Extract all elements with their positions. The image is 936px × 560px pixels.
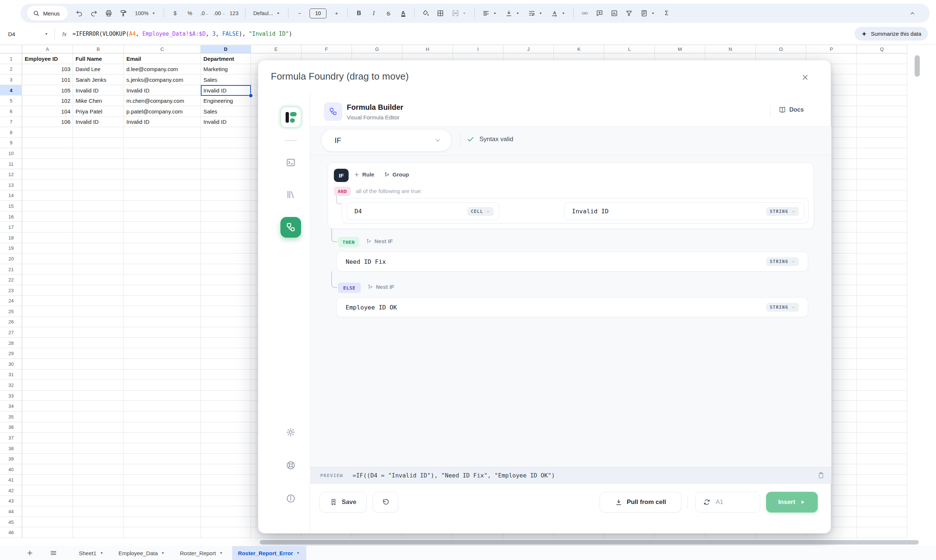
cell-C2[interactable]: d.lee@company.com <box>124 64 201 75</box>
row-header-1[interactable]: 1 <box>0 54 22 64</box>
column-header-F[interactable]: F <box>302 45 352 54</box>
and-badge[interactable]: AND <box>334 186 351 196</box>
functions-button[interactable]: Σ <box>660 7 674 20</box>
row-header-15[interactable]: 15 <box>0 201 22 211</box>
undo-button[interactable] <box>72 7 86 20</box>
row-header-28[interactable]: 28 <box>0 338 22 349</box>
row-header-10[interactable]: 10 <box>0 148 22 159</box>
insert-chart-button[interactable] <box>607 7 621 20</box>
sidebar-item-terminal[interactable] <box>286 158 296 167</box>
row-header-37[interactable]: 37 <box>0 432 22 443</box>
horizontal-align-button[interactable] <box>479 7 501 20</box>
text-wrap-button[interactable] <box>524 7 547 20</box>
cell-A3[interactable]: 101 <box>22 74 73 85</box>
cell-A2[interactable]: 103 <box>22 64 73 75</box>
zoom-select[interactable]: 100% <box>131 7 160 20</box>
increase-decimals-button[interactable]: .00 → <box>212 7 226 20</box>
cell-A7[interactable]: 106 <box>22 117 73 128</box>
decrease-decimals-button[interactable]: .0 ← <box>197 7 211 20</box>
cell-C5[interactable]: m.chen@company.com <box>124 95 201 106</box>
sidebar-item-info[interactable] <box>286 494 296 503</box>
cell-B3[interactable]: Sarah Jenks <box>73 74 124 85</box>
dialog-title[interactable]: Formula Foundry (drag to move) <box>271 71 409 82</box>
cell-D3[interactable]: Sales <box>201 74 251 85</box>
cell-C7[interactable]: Invalid ID <box>124 117 201 128</box>
insert-button[interactable]: Insert <box>766 492 818 512</box>
sidebar-item-support[interactable] <box>286 460 296 470</box>
row-header-2[interactable]: 2 <box>0 64 22 75</box>
insert-comment-button[interactable] <box>593 7 607 20</box>
text-rotation-button[interactable] <box>547 7 570 20</box>
cell-B4[interactable]: Invalid ID <box>73 85 124 96</box>
hide-menus-button[interactable] <box>905 7 919 20</box>
row-header-22[interactable]: 22 <box>0 274 22 285</box>
format-percent-button[interactable]: % <box>183 7 197 20</box>
add-rule-button[interactable]: Rule <box>354 171 374 178</box>
row-header-30[interactable]: 30 <box>0 359 22 369</box>
column-header-M[interactable]: M <box>655 45 705 54</box>
row-header-8[interactable]: 8 <box>0 127 22 138</box>
column-header-J[interactable]: J <box>503 45 554 54</box>
sidebar-item-formula-builder-active[interactable] <box>280 217 301 238</box>
sheet-tab-Sheet1[interactable]: Sheet1 <box>73 546 110 560</box>
row-header-24[interactable]: 24 <box>0 296 22 306</box>
name-box[interactable]: D4 <box>0 23 55 44</box>
row-header-9[interactable]: 9 <box>0 138 22 148</box>
copy-formula-button[interactable] <box>817 472 825 479</box>
column-header-P[interactable]: P <box>806 45 857 54</box>
row-header-13[interactable]: 13 <box>0 180 22 191</box>
row-header-36[interactable]: 36 <box>0 422 22 433</box>
group-button[interactable]: Group <box>384 171 409 178</box>
merge-cells-button[interactable] <box>448 7 470 20</box>
save-button[interactable]: Save <box>320 492 366 512</box>
cell-A6[interactable]: 104 <box>22 106 73 117</box>
create-filter-button[interactable] <box>622 7 636 20</box>
redo-button[interactable] <box>87 7 101 20</box>
cell-D1[interactable]: Department <box>201 54 251 64</box>
row-header-18[interactable]: 18 <box>0 232 22 243</box>
borders-button[interactable] <box>433 7 447 20</box>
cell-C4[interactable]: Invalid ID <box>124 85 201 96</box>
print-button[interactable] <box>102 7 116 20</box>
condition-right-input[interactable]: Invalid ID STRING <box>564 202 804 220</box>
sheet-tab-Roster_Report[interactable]: Roster_Report <box>174 546 229 560</box>
sidebar-item-library[interactable] <box>286 190 296 199</box>
row-header-34[interactable]: 34 <box>0 401 22 412</box>
pull-from-cell-button[interactable]: Pull from cell <box>600 492 681 512</box>
row-header-45[interactable]: 45 <box>0 517 22 528</box>
cell-D5[interactable]: Engineering <box>201 95 251 106</box>
then-value-input[interactable]: Need ID Fix STRING <box>336 252 808 272</box>
close-button[interactable] <box>799 71 811 83</box>
row-header-46[interactable]: 46 <box>0 527 22 538</box>
row-header-6[interactable]: 6 <box>0 106 22 117</box>
summarize-data-button[interactable]: Summarize this data <box>854 27 928 40</box>
cell-A4[interactable]: 105 <box>22 85 73 96</box>
cell-ref-input[interactable] <box>716 498 749 506</box>
row-header-32[interactable]: 32 <box>0 380 22 391</box>
row-header-17[interactable]: 17 <box>0 222 22 232</box>
row-header-42[interactable]: 42 <box>0 485 22 496</box>
row-header-3[interactable]: 3 <box>0 74 22 85</box>
column-header-N[interactable]: N <box>705 45 756 54</box>
row-header-19[interactable]: 19 <box>0 243 22 254</box>
paint-format-button[interactable] <box>117 7 131 20</box>
decrease-font-size-button[interactable]: − <box>292 7 306 20</box>
else-type-chip[interactable]: STRING <box>766 303 799 312</box>
column-header-L[interactable]: L <box>604 45 655 54</box>
column-header-C[interactable]: C <box>124 45 201 54</box>
fill-color-button[interactable] <box>419 7 433 20</box>
cell-B5[interactable]: Mike Chen <box>73 95 124 106</box>
row-header-12[interactable]: 12 <box>0 169 22 180</box>
row-header-11[interactable]: 11 <box>0 159 22 169</box>
increase-font-size-button[interactable]: + <box>329 7 343 20</box>
cell-B6[interactable]: Priya Patel <box>73 106 124 117</box>
row-header-39[interactable]: 39 <box>0 454 22 464</box>
row-header-4[interactable]: 4 <box>0 85 22 96</box>
row-header-21[interactable]: 21 <box>0 264 22 275</box>
row-header-44[interactable]: 44 <box>0 506 22 517</box>
add-sheet-button[interactable] <box>23 546 37 560</box>
cell-D4[interactable]: Invalid ID <box>201 85 251 96</box>
else-value-input[interactable]: Employee ID OK STRING <box>336 297 808 317</box>
row-header-29[interactable]: 29 <box>0 348 22 359</box>
cell-D6[interactable]: Sales <box>201 106 251 117</box>
